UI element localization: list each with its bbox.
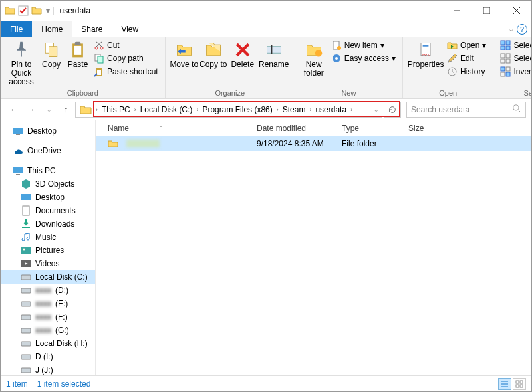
invert-selection-button[interactable]: Invert selection	[497, 66, 532, 78]
view-tab[interactable]: View	[112, 21, 148, 37]
nav-music[interactable]: Music	[1, 231, 95, 244]
address-dropdown[interactable]: ⌵	[372, 106, 380, 113]
svg-point-12	[100, 47, 103, 49]
svg-point-11	[95, 47, 98, 49]
home-tab[interactable]: Home	[32, 21, 72, 37]
nav-drive-g[interactable]: xxxx (G:)	[1, 324, 95, 337]
paste-icon	[68, 41, 87, 59]
history-button[interactable]: History	[444, 66, 489, 78]
refresh-button[interactable]	[384, 102, 401, 118]
svg-rect-34	[506, 59, 510, 63]
copy-button[interactable]: Copy	[38, 38, 65, 69]
svg-rect-57	[21, 368, 31, 373]
svg-rect-24	[421, 43, 430, 56]
rename-button[interactable]: Rename	[257, 38, 291, 69]
nav-local-disk-c[interactable]: Local Disk (C:)	[1, 270, 95, 284]
nav-documents[interactable]: Documents	[1, 204, 95, 217]
nav-drive-e[interactable]: xxxx (E:)	[1, 297, 95, 310]
maximize-button[interactable]	[471, 1, 501, 21]
share-tab[interactable]: Share	[72, 21, 112, 37]
nav-local-disk-h[interactable]: Local Disk (H:)	[1, 337, 95, 350]
cut-button[interactable]: Cut	[91, 39, 161, 51]
back-button[interactable]: ←	[6, 102, 22, 118]
group-new-label: New	[299, 89, 398, 98]
select-none-icon	[500, 53, 511, 64]
navigation-pane[interactable]: Desktop OneDrive This PC 3D Objects Desk…	[1, 120, 96, 375]
nav-drive-f[interactable]: xxxx (F:)	[1, 310, 95, 324]
select-none-button[interactable]: Select none	[497, 52, 532, 64]
delete-button[interactable]: Delete	[228, 38, 257, 69]
easy-access-button[interactable]: Easy access ▾	[329, 52, 398, 64]
minimize-button[interactable]	[442, 1, 471, 21]
move-to-button[interactable]: Move to	[170, 38, 199, 69]
column-name[interactable]: Name˄	[102, 124, 251, 133]
copy-path-button[interactable]: Copy path	[91, 52, 161, 64]
sort-asc-icon: ˄	[160, 125, 162, 131]
folder-icon	[80, 104, 92, 116]
nav-this-pc[interactable]: This PC	[1, 164, 95, 177]
column-size[interactable]: Size	[403, 124, 456, 133]
properties-button[interactable]: Properties	[407, 38, 444, 69]
select-all-icon	[500, 40, 511, 50]
new-folder-button[interactable]: New folder	[299, 38, 329, 78]
crumb-program-files[interactable]: Program Files (x86)	[200, 102, 275, 117]
nav-downloads[interactable]: Downloads	[1, 217, 95, 231]
svg-rect-28	[506, 41, 510, 45]
svg-rect-63	[516, 385, 519, 387]
table-row[interactable]: 9/18/2024 8:35 AM File folder	[96, 136, 531, 151]
close-button[interactable]	[501, 1, 531, 21]
paste-shortcut-icon	[94, 66, 104, 77]
nav-drive-d[interactable]: xxxx (D:)	[1, 284, 95, 297]
select-all-button[interactable]: Select all	[497, 39, 532, 51]
view-details-button[interactable]	[498, 378, 511, 390]
svg-rect-16	[97, 70, 101, 75]
scissors-icon	[94, 40, 104, 50]
svg-rect-55	[21, 342, 31, 346]
crumb-userdata[interactable]: userdata	[313, 102, 349, 117]
nav-drive-i[interactable]: D (I:)	[1, 350, 95, 363]
open-button[interactable]: Open ▾	[444, 39, 489, 51]
edit-button[interactable]: Edit	[444, 52, 489, 64]
svg-point-19	[315, 50, 322, 57]
nav-3d-objects[interactable]: 3D Objects	[1, 177, 95, 191]
svg-rect-7	[49, 47, 57, 57]
svg-rect-52	[21, 302, 31, 306]
nav-drive-j[interactable]: J (J:)	[1, 363, 95, 375]
pin-quick-access-button[interactable]: Pin to Quick access	[5, 38, 38, 87]
nav-desktop-sub[interactable]: Desktop	[1, 191, 95, 204]
search-input[interactable]: Search userdata	[406, 102, 526, 118]
svg-rect-54	[21, 328, 31, 333]
file-tab[interactable]: File	[1, 21, 32, 37]
separator: ▾ |	[46, 6, 54, 15]
svg-rect-50	[21, 275, 31, 280]
nav-pictures[interactable]: Pictures	[1, 244, 95, 257]
svg-point-21	[337, 46, 341, 50]
ribbon-collapse-button[interactable]: ⌵	[505, 21, 517, 37]
svg-rect-44	[16, 174, 20, 175]
crumb-steam[interactable]: Steam	[280, 102, 309, 117]
crumb-this-pc[interactable]: This PC	[99, 102, 133, 117]
recent-locations-button[interactable]: ⌵	[41, 102, 57, 118]
view-icons-button[interactable]	[513, 378, 526, 390]
paste-button[interactable]: Paste	[65, 38, 91, 69]
column-type[interactable]: Type	[336, 124, 403, 133]
address-bar[interactable]: › This PC› Local Disk (C:)› Program File…	[75, 102, 382, 118]
copy-icon	[42, 41, 61, 59]
copy-path-icon	[94, 53, 104, 64]
nav-onedrive[interactable]: OneDrive	[1, 144, 95, 157]
column-date[interactable]: Date modified	[251, 124, 336, 133]
row-date: 9/18/2024 8:35 AM	[251, 139, 336, 148]
up-button[interactable]: ↑	[58, 102, 74, 118]
help-button[interactable]: ?	[517, 24, 527, 35]
forward-button[interactable]: →	[23, 102, 39, 118]
new-item-icon	[331, 40, 342, 50]
nav-desktop[interactable]: Desktop	[1, 124, 95, 138]
copy-to-button[interactable]: Copy to	[199, 38, 228, 69]
svg-rect-2	[483, 7, 490, 14]
new-item-button[interactable]: New item ▾	[329, 39, 398, 51]
svg-rect-38	[506, 72, 510, 76]
crumb-local-disk-c[interactable]: Local Disk (C:)	[138, 102, 196, 117]
paste-shortcut-button[interactable]: Paste shortcut	[91, 66, 161, 78]
svg-rect-36	[506, 67, 510, 71]
nav-videos[interactable]: Videos	[1, 257, 95, 270]
